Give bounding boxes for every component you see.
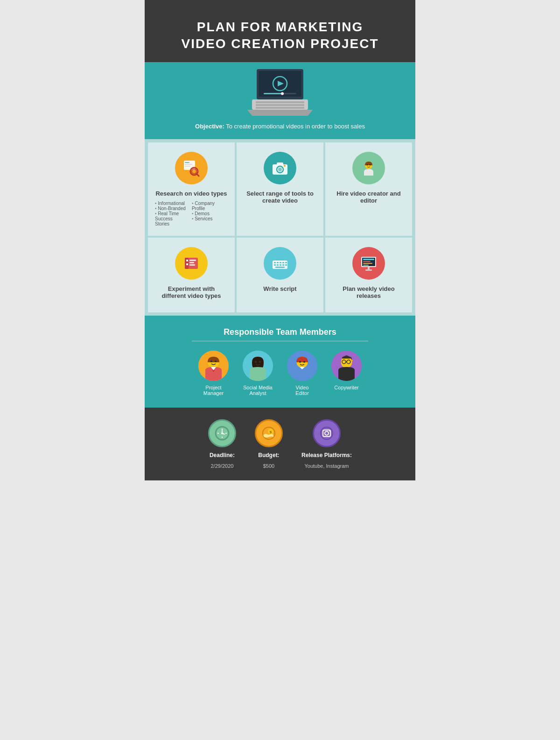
svg-rect-71	[342, 357, 351, 359]
main-title: PLAN FOR MARKETING VIDEO CREATION PROJEC…	[154, 19, 406, 53]
svg-rect-39	[280, 262, 281, 263]
svg-rect-22	[277, 162, 283, 165]
svg-point-7	[281, 92, 284, 95]
grid-row-1: Research on video types Informational No…	[147, 141, 413, 237]
avatar-pm	[198, 351, 229, 381]
infographic: PLAN FOR MARKETING VIDEO CREATION PROJEC…	[145, 0, 415, 480]
svg-rect-40	[282, 262, 284, 263]
clock-icon	[208, 419, 236, 447]
script-title: Write script	[263, 285, 296, 292]
svg-rect-11	[256, 107, 304, 109]
cell-plan-releases: Plan weekly video releases	[324, 237, 413, 313]
keyboard-icon	[264, 247, 296, 280]
svg-rect-10	[256, 104, 304, 106]
sma-name: Social MediaAnalyst	[243, 385, 273, 396]
team-section: Responsible Team Members	[145, 316, 415, 408]
avatar-sma	[243, 351, 273, 381]
svg-rect-41	[285, 262, 287, 263]
cell-experiment: Experiment with different video types	[147, 237, 236, 313]
laptop-icon	[247, 67, 313, 116]
svg-rect-46	[285, 264, 287, 266]
experiment-title: Experiment with different video types	[155, 285, 228, 299]
research-list: Informational Non-Branded Real TimeSucce…	[155, 201, 228, 226]
svg-rect-15	[185, 162, 189, 163]
svg-rect-31	[186, 260, 188, 261]
svg-rect-53	[363, 265, 369, 266]
svg-point-28	[370, 164, 371, 165]
svg-rect-50	[363, 259, 374, 260]
objective-text: Objective: To create promotional videos …	[154, 123, 406, 130]
svg-point-74	[351, 359, 353, 361]
objective-label: Objective:	[195, 123, 224, 130]
svg-point-95	[329, 430, 330, 431]
monitor-icon	[352, 247, 385, 280]
svg-rect-16	[185, 164, 192, 165]
svg-rect-33	[189, 260, 196, 261]
research-title: Research on video types	[155, 190, 227, 197]
footer-section: Deadline: 2/29/2020 $ Budget: $500	[145, 408, 415, 480]
footer-platforms: Release Platforms: Youtube, Instagram	[301, 419, 352, 469]
deadline-label: Deadline:	[210, 452, 235, 458]
team-divider	[192, 341, 368, 341]
svg-point-63	[255, 361, 257, 363]
film-icon	[175, 247, 208, 280]
team-members-container: ProjectManager	[154, 351, 406, 396]
pm-name: ProjectManager	[203, 385, 224, 396]
budget-value: $500	[263, 463, 274, 469]
title-line1: PLAN FOR MARKETING	[197, 20, 363, 34]
svg-rect-42	[274, 264, 276, 266]
money-icon: $	[255, 419, 283, 447]
svg-rect-45	[282, 264, 284, 266]
research-icon	[175, 152, 208, 184]
svg-point-24	[278, 168, 282, 171]
svg-text:$: $	[270, 430, 272, 434]
svg-rect-32	[186, 263, 188, 265]
deadline-value: 2/29/2020	[211, 463, 234, 469]
hire-title: Hire video creator and editor	[332, 190, 405, 204]
svg-point-25	[284, 165, 286, 167]
svg-rect-47	[275, 267, 285, 268]
person-icon	[352, 152, 385, 184]
cell-research: Research on video types Informational No…	[147, 141, 236, 237]
svg-rect-38	[277, 262, 279, 263]
svg-rect-51	[363, 261, 371, 262]
team-member-ve: VideoEditor	[287, 351, 317, 396]
grid-row-2: Experiment with different video types	[147, 237, 413, 313]
team-member-sma: Social MediaAnalyst	[243, 351, 273, 396]
team-member-pm: ProjectManager	[198, 351, 229, 396]
cw-name: Copywriter	[334, 385, 359, 390]
svg-rect-17	[185, 166, 190, 167]
svg-rect-44	[280, 264, 281, 266]
avatar-ve	[287, 351, 317, 381]
releases-title: Plan weekly video releases	[332, 285, 405, 299]
svg-rect-35	[189, 264, 195, 266]
grid-section: Research on video types Informational No…	[145, 139, 415, 316]
cell-hire-creator: Hire video creator and editor	[324, 141, 413, 237]
svg-point-86	[221, 432, 223, 434]
svg-rect-55	[365, 269, 372, 271]
svg-rect-54	[368, 267, 370, 269]
svg-rect-52	[363, 263, 372, 264]
platforms-value: Youtube, Instagram	[304, 463, 349, 469]
svg-point-68	[303, 361, 305, 363]
team-title: Responsible Team Members	[154, 327, 406, 337]
objective-value: To create promotional videos in order to…	[224, 123, 365, 130]
svg-point-64	[259, 361, 261, 363]
tools-title: Select range of tools to create video	[244, 190, 316, 204]
svg-point-27	[367, 164, 368, 165]
svg-line-20	[196, 174, 199, 176]
footer-deadline: Deadline: 2/29/2020	[208, 419, 236, 469]
instagram-icon	[313, 419, 341, 447]
title-line2: VIDEO CREATION PROJECT	[181, 36, 378, 51]
svg-marker-13	[247, 110, 313, 116]
svg-rect-6	[264, 93, 282, 94]
svg-point-58	[210, 360, 212, 362]
team-member-cw: Copywriter	[331, 351, 362, 396]
svg-rect-34	[189, 262, 194, 263]
ve-name: VideoEditor	[295, 385, 309, 396]
hero-banner: Objective: To create promotional videos …	[145, 62, 415, 139]
footer-budget: $ Budget: $500	[255, 419, 283, 469]
budget-label: Budget:	[258, 452, 279, 458]
cell-write-script: Write script	[236, 237, 324, 313]
platforms-label: Release Platforms:	[301, 452, 352, 458]
